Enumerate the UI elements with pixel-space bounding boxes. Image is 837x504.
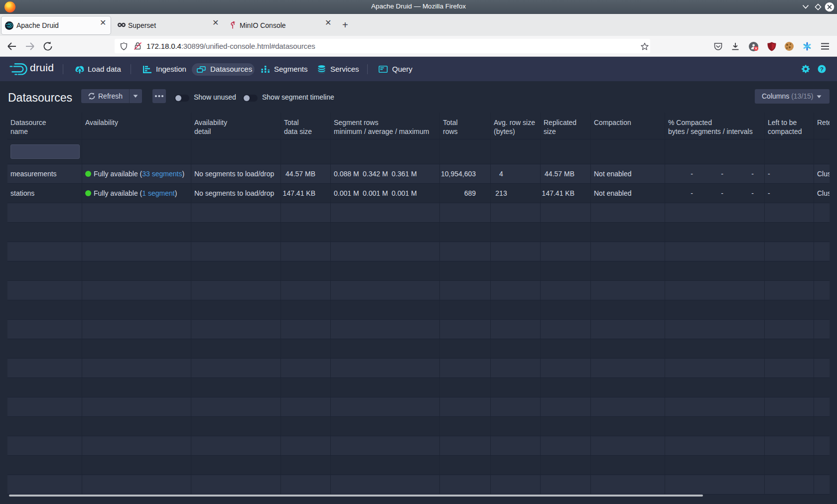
svg-text:?: ? <box>820 66 824 72</box>
